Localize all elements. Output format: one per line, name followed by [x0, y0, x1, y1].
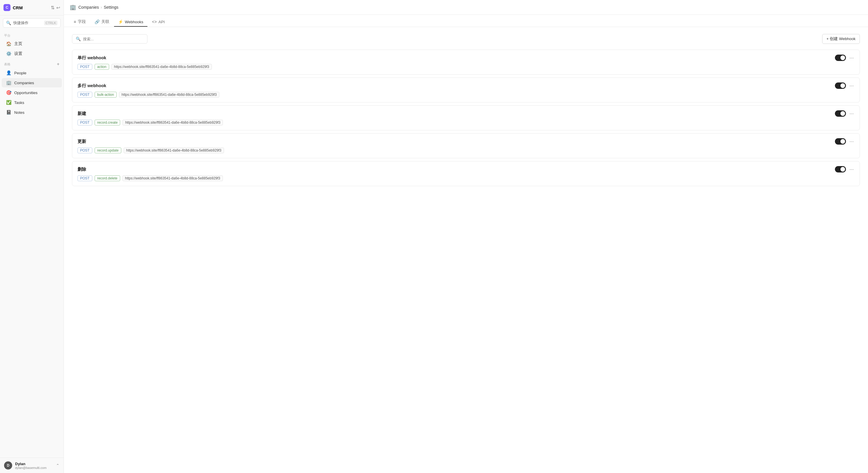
- tag-post: POST: [78, 148, 92, 153]
- webhook-card-header: 删除 ···: [78, 166, 855, 173]
- webhooks-tab-icon: ⚡: [118, 20, 123, 24]
- undo-icon[interactable]: ↩: [56, 5, 60, 10]
- tab-relations-label: 关联: [101, 19, 110, 24]
- api-tab-icon: <>: [152, 20, 157, 24]
- webhook-tags: POST record.delete https://webhook.site/…: [78, 175, 855, 181]
- tab-relations[interactable]: 🔗 关联: [91, 17, 114, 27]
- search-icon: 🔍: [76, 37, 81, 41]
- app-logo[interactable]: C CRM: [3, 4, 23, 11]
- search-input[interactable]: [83, 37, 144, 41]
- relations-tab-icon: 🔗: [95, 20, 99, 24]
- tag-action: record.update: [95, 148, 121, 153]
- people-icon: 👤: [6, 70, 11, 76]
- breadcrumb-parent[interactable]: Companies: [79, 5, 99, 9]
- main-content: 🏢 Companies › Settings ≡ 字段 🔗 关联 ⚡ Webho…: [64, 0, 868, 473]
- webhook-title: 更新: [78, 139, 86, 144]
- more-options-button[interactable]: ···: [849, 55, 855, 61]
- split-icon[interactable]: ⇅: [51, 5, 55, 10]
- webhook-tags: POST record.update https://webhook.site/…: [78, 148, 855, 153]
- webhook-controls: ···: [835, 166, 855, 173]
- webhook-title: 单行 webhook: [78, 55, 106, 61]
- search-icon: 🔍: [6, 21, 11, 25]
- webhook-toggle[interactable]: [835, 166, 846, 173]
- tab-webhooks[interactable]: ⚡ Webhooks: [114, 18, 148, 27]
- search-box[interactable]: 🔍: [72, 34, 148, 43]
- sidebar-item-settings-label: 设置: [14, 51, 22, 56]
- webhook-controls: ···: [835, 55, 855, 61]
- webhook-tags: POST record.create https://webhook.site/…: [78, 120, 855, 125]
- webhook-toolbar: 🔍 + 创建 Webhook: [72, 34, 860, 44]
- webhook-toggle[interactable]: [835, 110, 846, 117]
- sidebar-item-people-label: People: [14, 71, 26, 75]
- quick-search-label: 快捷操作: [13, 20, 42, 26]
- webhook-card-header: 单行 webhook ···: [78, 55, 855, 61]
- webhook-title: 删除: [78, 167, 86, 172]
- tag-url: https://webhook.site/ff863541-da6e-4b8d-…: [122, 175, 223, 181]
- tasks-icon: ✅: [6, 100, 11, 105]
- header-icons: ⇅ ↩: [51, 5, 60, 10]
- sidebar-item-opportunities-label: Opportunities: [14, 91, 37, 95]
- more-options-button[interactable]: ···: [849, 83, 855, 89]
- app-name: CRM: [13, 5, 23, 10]
- webhook-card-delete: 删除 ··· POST record.delete https://webhoo…: [72, 161, 860, 186]
- tab-api-label: API: [158, 20, 165, 24]
- sidebar-item-settings[interactable]: ⚙️ 设置: [2, 49, 62, 58]
- sidebar-item-tasks[interactable]: ✅ Tasks: [2, 98, 62, 107]
- tag-url: https://webhook.site/ff863541-da6e-4b8d-…: [124, 148, 224, 153]
- webhook-toggle[interactable]: [835, 83, 846, 89]
- content-area: 🔍 + 创建 Webhook 单行 webhook ··· POST actio…: [64, 27, 868, 473]
- sidebar-item-companies[interactable]: 🏢 Companies: [2, 78, 62, 87]
- webhook-toggle[interactable]: [835, 138, 846, 145]
- tag-action: action: [95, 64, 109, 70]
- webhook-card-multi-row: 多行 webhook ··· POST bulk-action https://…: [72, 78, 860, 102]
- add-table-button[interactable]: +: [57, 62, 60, 67]
- more-options-button[interactable]: ···: [849, 167, 855, 173]
- sidebar: C CRM ⇅ ↩ 🔍 快捷操作 CTRLK 平台 🏠 主页 ⚙️ 设置 表格 …: [0, 0, 64, 473]
- webhook-toggle[interactable]: [835, 55, 846, 61]
- tag-action: record.delete: [95, 175, 120, 181]
- webhook-card-header: 多行 webhook ···: [78, 83, 855, 89]
- sidebar-item-home[interactable]: 🏠 主页: [2, 39, 62, 49]
- topbar-company-icon: 🏢: [70, 4, 76, 10]
- breadcrumb: Companies › Settings: [79, 5, 118, 9]
- tag-post: POST: [78, 92, 92, 97]
- tables-section-header: 表格 +: [0, 59, 64, 68]
- tag-action: bulk-action: [95, 92, 117, 97]
- sidebar-item-home-label: 主页: [14, 41, 22, 47]
- tag-url: https://webhook.site/ff863541-da6e-4b8d-…: [112, 64, 212, 70]
- webhook-card-create: 新建 ··· POST record.create https://webhoo…: [72, 106, 860, 130]
- tab-webhooks-label: Webhooks: [125, 20, 143, 24]
- settings-icon: ⚙️: [6, 51, 11, 56]
- sidebar-item-opportunities[interactable]: 🎯 Opportunities: [2, 88, 62, 97]
- platform-section-label: 平台: [0, 30, 64, 39]
- webhook-card-single-row: 单行 webhook ··· POST action https://webho…: [72, 50, 860, 75]
- tabbar: ≡ 字段 🔗 关联 ⚡ Webhooks <> API: [64, 15, 868, 27]
- webhook-title: 新建: [78, 111, 86, 116]
- tag-url: https://webhook.site/ff863541-da6e-4b8d-…: [122, 120, 223, 125]
- sidebar-item-notes[interactable]: 📓 Notes: [2, 108, 62, 117]
- topbar: 🏢 Companies › Settings: [64, 0, 868, 15]
- home-icon: 🏠: [6, 41, 11, 47]
- webhook-card-header: 新建 ···: [78, 110, 855, 117]
- tag-url: https://webhook.site/ff863541-da6e-4b8d-…: [119, 92, 219, 97]
- quick-search-shortcut: CTRLK: [44, 21, 58, 25]
- opportunities-icon: 🎯: [6, 90, 11, 95]
- tab-api[interactable]: <> API: [148, 18, 169, 27]
- fields-tab-icon: ≡: [74, 20, 76, 24]
- webhook-controls: ···: [835, 110, 855, 117]
- avatar: D: [4, 462, 12, 470]
- quick-search[interactable]: 🔍 快捷操作 CTRLK: [3, 18, 61, 28]
- sidebar-item-people[interactable]: 👤 People: [2, 68, 62, 78]
- sidebar-header: C CRM ⇅ ↩: [0, 0, 64, 16]
- webhook-controls: ···: [835, 138, 855, 145]
- companies-icon: 🏢: [6, 80, 11, 85]
- user-profile[interactable]: D Dylan dylan@basemulti.com ⌃: [0, 457, 64, 473]
- webhook-tags: POST action https://webhook.site/ff86354…: [78, 64, 855, 70]
- more-options-button[interactable]: ···: [849, 111, 855, 117]
- more-options-button[interactable]: ···: [849, 139, 855, 145]
- tab-fields[interactable]: ≡ 字段: [70, 17, 90, 27]
- create-webhook-button[interactable]: + 创建 Webhook: [822, 34, 860, 44]
- breadcrumb-current: Settings: [104, 5, 119, 9]
- tables-section-label: 表格: [4, 62, 10, 66]
- tab-fields-label: 字段: [78, 19, 86, 24]
